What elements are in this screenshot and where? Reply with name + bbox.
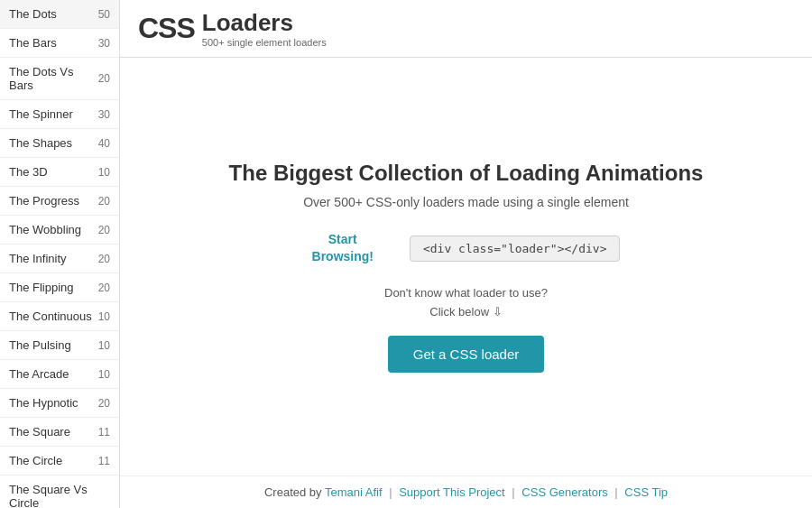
hero-section: The Biggest Collection of Loading Animat… — [120, 58, 812, 476]
sidebar-item-label: The Square Vs Circle — [9, 483, 110, 508]
sidebar-item-label: The Spinner — [9, 107, 73, 121]
sidebar-item-label: The Infinity — [9, 252, 67, 265]
sidebar-item-label: The Shapes — [9, 136, 72, 150]
sidebar-item[interactable]: The Dots Vs Bars20 — [0, 58, 119, 100]
sidebar-item-count: 11 — [98, 426, 110, 439]
sidebar-item-label: The Dots Vs Bars — [9, 65, 98, 92]
sidebar-item-label: The Wobbling — [9, 223, 81, 236]
sidebar-item[interactable]: The Dots50 — [0, 0, 119, 29]
sidebar-item[interactable]: The Hypnotic20 — [0, 389, 119, 418]
sidebar-item-count: 10 — [98, 166, 110, 179]
sidebar-item-count: 20 — [98, 253, 110, 265]
sidebar-item-label: The Flipping — [9, 281, 74, 294]
sidebar-item-label: The Progress — [9, 194, 79, 208]
sidebar-item-count: 10 — [98, 368, 110, 381]
sidebar-item[interactable]: The 3D10 — [0, 158, 119, 187]
header: CSS Loaders 500+ single element loaders — [120, 0, 812, 58]
logo-css-text: CSS — [138, 12, 195, 45]
sidebar-item-label: The 3D — [9, 165, 48, 179]
main-content: CSS Loaders 500+ single element loaders … — [120, 0, 812, 508]
sidebar-item[interactable]: The Flipping20 — [0, 273, 119, 302]
sidebar-item-label: The Dots — [9, 7, 57, 21]
get-loader-button[interactable]: Get a CSS loader — [388, 336, 545, 373]
sidebar-item[interactable]: The Progress20 — [0, 187, 119, 216]
start-browsing-link[interactable]: StartBrowsing! — [312, 231, 374, 266]
hero-subtitle: Over 500+ CSS-only loaders made using a … — [303, 195, 629, 209]
sidebar-item-label: The Arcade — [9, 367, 69, 381]
sidebar-item-count: 40 — [98, 137, 110, 150]
sidebar-item-label: The Bars — [9, 36, 57, 50]
sidebar-item-label: The Square — [9, 425, 70, 439]
sidebar-item[interactable]: The Shapes40 — [0, 129, 119, 158]
hero-title: The Biggest Collection of Loading Animat… — [229, 161, 704, 186]
sidebar-item-label: The Circle — [9, 454, 62, 467]
sidebar-item-count: 30 — [98, 108, 110, 121]
sidebar-item[interactable]: The Square11 — [0, 418, 119, 447]
sidebar-item-label: The Hypnotic — [9, 396, 78, 410]
sidebar-item-count: 20 — [98, 72, 110, 85]
logo-subtitle: 500+ single element loaders — [202, 37, 327, 48]
sidebar-item[interactable]: The Bars30 — [0, 29, 119, 58]
generators-link[interactable]: CSS Generators — [521, 485, 607, 499]
sidebar-item-count: 20 — [98, 397, 110, 410]
sidebar-item-count: 20 — [98, 282, 110, 294]
sidebar: The Dots50The Bars30The Dots Vs Bars20Th… — [0, 0, 120, 508]
author-link[interactable]: Temani Afif — [325, 485, 383, 499]
sidebar-item-count: 10 — [98, 339, 110, 352]
sidebar-item[interactable]: The Arcade10 — [0, 360, 119, 389]
sidebar-item-count: 11 — [98, 455, 110, 467]
logo: CSS Loaders 500+ single element loaders — [138, 9, 327, 48]
sidebar-item[interactable]: The Infinity20 — [0, 245, 119, 273]
logo-loaders: Loaders 500+ single element loaders — [202, 9, 327, 48]
sidebar-item-count: 50 — [98, 8, 110, 21]
sidebar-item[interactable]: The Pulsing10 — [0, 331, 119, 360]
sidebar-item-label: The Pulsing — [9, 338, 71, 352]
sidebar-item[interactable]: The Circle11 — [0, 447, 119, 476]
created-by-text: Created by — [264, 485, 322, 499]
sep3: | — [614, 485, 621, 499]
sidebar-item[interactable]: The Square Vs Circle — [0, 476, 119, 508]
sidebar-item[interactable]: The Spinner30 — [0, 100, 119, 129]
sidebar-item[interactable]: The Wobbling20 — [0, 216, 119, 245]
sep2: | — [512, 485, 518, 499]
logo-title: Loaders — [202, 9, 327, 37]
sidebar-item-count: 10 — [98, 310, 110, 323]
support-link[interactable]: Support This Project — [399, 485, 505, 499]
sidebar-item-count: 20 — [98, 224, 110, 236]
code-snippet: <div class="loader"></div> — [410, 236, 621, 262]
footer: Created by Temani Afif | Support This Pr… — [120, 476, 812, 508]
sidebar-item-label: The Continuous — [9, 309, 92, 323]
sep1: | — [389, 485, 395, 499]
sidebar-item-count: 20 — [98, 195, 110, 208]
hero-actions: StartBrowsing! <div class="loader"></div… — [312, 231, 621, 266]
click-below-text: Don't know what loader to use? Click bel… — [384, 284, 548, 322]
sidebar-item[interactable]: The Continuous10 — [0, 302, 119, 331]
sidebar-item-count: 30 — [98, 37, 110, 50]
tip-link[interactable]: CSS Tip — [624, 485, 668, 499]
